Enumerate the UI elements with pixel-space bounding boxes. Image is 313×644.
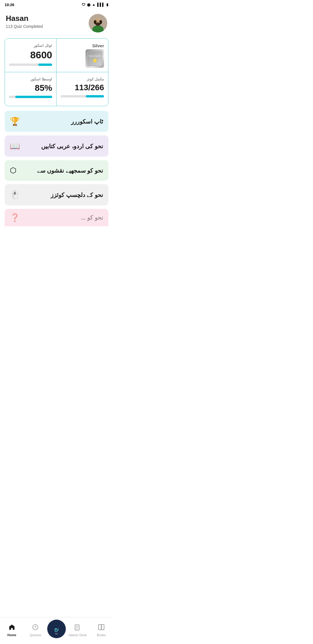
svg-point-6 (100, 20, 102, 24)
badge-cell: Silver SILVER ⭐ (57, 39, 108, 72)
quizzes-icon: 🖱️ (10, 190, 20, 200)
svg-point-8 (99, 21, 100, 22)
status-time: 10:26 (5, 3, 14, 7)
silver-badge-inner: SILVER ⭐ (87, 51, 102, 66)
total-score-progress-fill (38, 64, 52, 66)
top-scorers-label: ٹاپ اسکوررر (71, 118, 103, 125)
badge-label: Silver (92, 43, 104, 48)
books-card[interactable]: نحو کی اردو، عربی کتابیں 📖 (5, 135, 108, 157)
svg-point-4 (95, 22, 101, 26)
completed-quiz-progress-bg (61, 95, 104, 97)
signal-icon: ▌▌▌ (97, 3, 105, 7)
avg-score-value: 85% (9, 83, 52, 93)
avatar (89, 14, 107, 32)
menu-section: ٹاپ اسکوررر 🏆 نحو کی اردو، عربی کتابیں 📖… (0, 111, 113, 226)
avg-score-label: اوسطا اسکور (9, 77, 52, 81)
battery-icon: ▮ (106, 3, 108, 7)
completed-quiz-value: 113/266 (61, 83, 104, 92)
svg-point-5 (94, 20, 96, 24)
status-bar: 10:26 🛡 ◉ ▲ ▌▌▌ ▮ (0, 0, 113, 9)
shield-icon: 🛡 (82, 3, 85, 7)
diagrams-card[interactable]: نحو کو سمجھیے نقشوں سے ⬡ (5, 160, 108, 181)
completed-quiz-cell: مکمل کوئز 113/266 (57, 72, 108, 106)
partial-label: نحو کو ... (81, 214, 103, 221)
books-label: نحو کی اردو، عربی کتابیں (41, 143, 103, 150)
header-info: Hasan 113 Quiz Completed (6, 14, 43, 29)
stats-grid: ٹوٹل اسکور 8600 Silver SILVER ⭐ اوسطا اس… (5, 38, 108, 106)
top-scorers-card[interactable]: ٹاپ اسکوررر 🏆 (5, 111, 108, 132)
faceid-icon: ◉ (87, 2, 90, 7)
diagrams-icon: ⬡ (10, 166, 17, 175)
total-score-progress-bg (9, 64, 52, 66)
header: Hasan 113 Quiz Completed (0, 9, 113, 38)
quiz-completed-label: 113 Quiz Completed (6, 24, 43, 29)
svg-point-7 (96, 21, 97, 22)
total-score-cell: ٹوٹل اسکور 8600 (5, 39, 57, 72)
total-score-value: 8600 (9, 49, 52, 61)
total-score-label: ٹوٹل اسکور (9, 43, 52, 48)
completed-quiz-label: مکمل کوئز (61, 77, 104, 81)
silver-badge: SILVER ⭐ (85, 49, 104, 68)
star-icon: ⭐ (92, 58, 97, 63)
avg-score-cell: اوسطا اسکور 85% (5, 72, 57, 106)
avatar-image (89, 14, 107, 32)
avg-score-progress-fill (15, 96, 52, 98)
books-icon: 📖 (10, 141, 20, 151)
avg-score-progress-bg (9, 96, 52, 98)
partial-icon: ❓ (10, 213, 20, 222)
diagrams-label: نحو کو سمجھیے نقشوں سے (37, 167, 103, 174)
completed-quiz-progress-fill (86, 95, 104, 97)
partial-card[interactable]: نحو کو ... ❓ (5, 209, 108, 226)
silver-badge-text: SILVER (89, 55, 101, 58)
page-spacer (0, 226, 113, 252)
wifi-icon: ▲ (92, 3, 96, 7)
user-name: Hasan (6, 14, 43, 23)
quizzes-card[interactable]: نحو کے دلچسپ کوئزز 🖱️ (5, 184, 108, 205)
top-scorers-icon: 🏆 (10, 117, 20, 126)
svg-point-9 (97, 22, 99, 23)
quizzes-label: نحو کے دلچسپ کوئزز (51, 191, 103, 198)
status-icons: 🛡 ◉ ▲ ▌▌▌ ▮ (82, 2, 108, 7)
